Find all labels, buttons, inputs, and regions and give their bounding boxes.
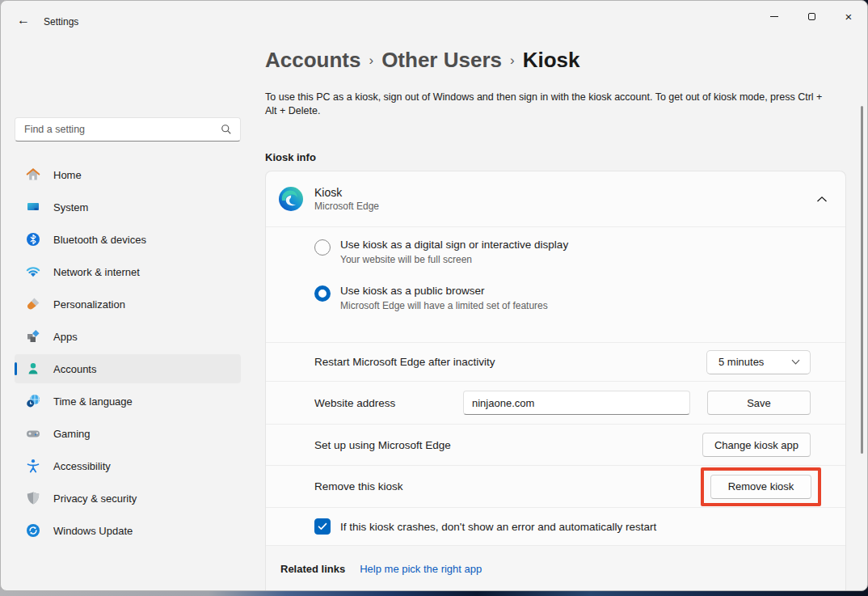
radio-unselected-icon[interactable] <box>314 239 331 256</box>
option-public-browser[interactable]: Use kiosk as a public browser Microsoft … <box>314 285 845 311</box>
sidebar-item-accessibility[interactable]: Accessibility <box>15 451 241 480</box>
system-icon <box>25 200 40 215</box>
search-box <box>15 117 241 142</box>
brush-icon <box>25 297 40 312</box>
search-icon <box>221 124 232 135</box>
sidebar-item-apps[interactable]: Apps <box>15 322 241 351</box>
kiosk-expander-header[interactable]: Kiosk Microsoft Edge <box>266 171 845 226</box>
home-icon <box>25 167 40 183</box>
shield-icon <box>25 491 40 506</box>
remove-kiosk-row: Remove this kiosk Remove kiosk <box>266 465 845 507</box>
sidebar-item-personalization[interactable]: Personalization <box>15 290 241 319</box>
chevron-up-icon[interactable] <box>816 196 828 203</box>
sidebar-item-accounts[interactable]: Accounts <box>15 354 241 383</box>
change-kiosk-app-button[interactable]: Change kiosk app <box>702 433 811 457</box>
edge-icon <box>279 187 303 211</box>
restart-inactivity-row: Restart Microsoft Edge after inactivity … <box>266 342 845 381</box>
inactivity-dropdown-value: 5 minutes <box>718 356 764 368</box>
help-pick-app-link[interactable]: Help me pick the right app <box>360 563 482 575</box>
kiosk-header-text: Kiosk Microsoft Edge <box>314 186 379 212</box>
sidebar-item-windows-update[interactable]: Windows Update <box>15 516 241 545</box>
remove-kiosk-button[interactable]: Remove kiosk <box>710 475 811 499</box>
website-address-row: Website address Save <box>266 381 845 424</box>
sidebar-item-home[interactable]: Home <box>15 160 241 189</box>
kiosk-app-name: Kiosk <box>314 186 379 199</box>
remove-kiosk-label: Remove this kiosk <box>314 480 403 492</box>
back-button[interactable]: ← <box>12 11 35 30</box>
page-description: To use this PC as a kiosk, sign out of W… <box>265 91 835 118</box>
update-icon <box>25 523 40 539</box>
accessibility-icon <box>25 459 40 474</box>
apps-icon <box>25 329 40 344</box>
crash-restart-row: If this kiosk crashes, don't show an err… <box>266 507 845 545</box>
page-title: Kiosk <box>523 48 580 72</box>
kiosk-mode-options: Use kiosk as a digital sign or interacti… <box>266 226 845 342</box>
setup-app-row: Set up using Microsoft Edge Change kiosk… <box>266 424 845 465</box>
option-sublabel: Your website will be full screen <box>340 254 568 265</box>
save-button[interactable]: Save <box>707 391 811 415</box>
kiosk-info-card: Kiosk Microsoft Edge Use kiosk as a digi… <box>265 171 846 591</box>
settings-window: ← Settings × Home System Bluetooth & dev… <box>0 0 868 591</box>
related-links-section: Related links Help me pick the right app <box>266 545 845 591</box>
gaming-icon <box>25 426 40 442</box>
breadcrumb-accounts[interactable]: Accounts <box>265 48 360 72</box>
red-highlight-box: Remove kiosk <box>701 467 821 506</box>
breadcrumb-separator: › <box>510 53 515 68</box>
option-digital-sign[interactable]: Use kiosk as a digital sign or interacti… <box>314 239 845 265</box>
sidebar-item-network[interactable]: Network & internet <box>15 257 241 286</box>
sidebar-item-system[interactable]: System <box>15 192 241 222</box>
kiosk-app-subtitle: Microsoft Edge <box>314 201 379 212</box>
breadcrumb-separator: › <box>369 53 373 68</box>
window-title: Settings <box>44 16 78 27</box>
bluetooth-icon <box>25 232 40 247</box>
crash-restart-checkbox[interactable] <box>314 518 331 535</box>
chevron-down-icon <box>791 359 800 365</box>
time-language-icon <box>25 394 40 409</box>
breadcrumb-other-users[interactable]: Other Users <box>381 48 502 72</box>
sidebar-item-bluetooth[interactable]: Bluetooth & devices <box>15 225 241 254</box>
scrollbar-thumb[interactable] <box>861 106 863 454</box>
website-address-input[interactable] <box>463 391 690 415</box>
breadcrumb: Accounts›Other Users›Kiosk <box>265 48 579 73</box>
sidebar-nav: Home System Bluetooth & devices Network … <box>15 160 241 548</box>
option-label: Use kiosk as a digital sign or interacti… <box>340 239 568 251</box>
inactivity-dropdown[interactable]: 5 minutes <box>706 350 811 374</box>
crash-restart-label: If this kiosk crashes, don't show an err… <box>340 521 656 533</box>
kiosk-info-label: Kiosk info <box>265 151 316 163</box>
option-sublabel: Microsoft Edge will have a limited set o… <box>340 300 548 311</box>
radio-selected-icon[interactable] <box>314 285 331 302</box>
sidebar-item-time-language[interactable]: Time & language <box>15 387 241 416</box>
search-input[interactable] <box>15 124 221 135</box>
sidebar-item-gaming[interactable]: Gaming <box>15 419 241 448</box>
check-icon <box>318 522 327 530</box>
option-label: Use kiosk as a public browser <box>340 285 548 297</box>
related-links-label: Related links <box>280 563 345 575</box>
main-content: Accounts›Other Users›Kiosk To use this P… <box>265 1 846 591</box>
setup-app-label: Set up using Microsoft Edge <box>314 439 451 451</box>
accounts-icon <box>25 361 40 377</box>
wifi-icon <box>25 264 40 280</box>
website-address-label: Website address <box>314 397 395 409</box>
sidebar-item-privacy[interactable]: Privacy & security <box>15 484 241 513</box>
restart-inactivity-label: Restart Microsoft Edge after inactivity <box>314 356 495 368</box>
